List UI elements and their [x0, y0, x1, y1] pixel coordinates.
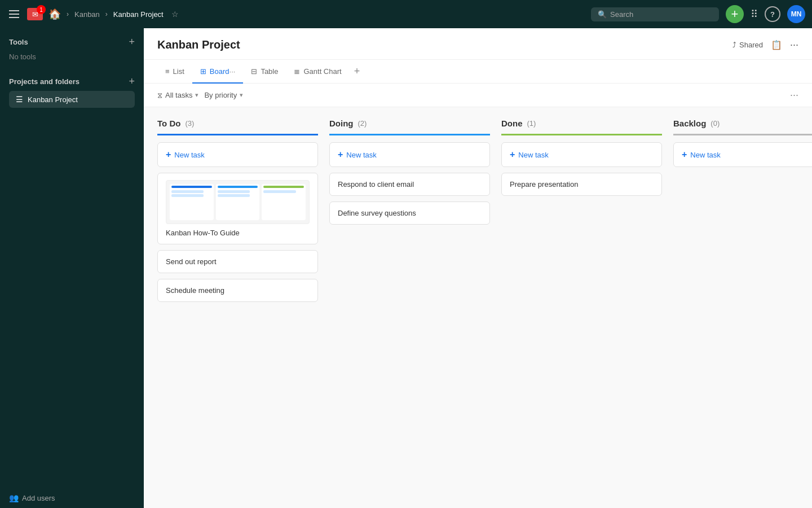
breadcrumb-kanban[interactable]: Kanban	[74, 10, 100, 19]
column-todo-count: (3)	[185, 119, 194, 128]
card-kanban-guide[interactable]: Kanban How-To Guide	[157, 173, 318, 244]
menu-button[interactable]	[7, 8, 21, 20]
mail-badge: 1	[37, 5, 46, 14]
kanban-project-icon: ☰	[16, 95, 23, 104]
column-backlog: Backlog (0) + New task	[673, 119, 812, 173]
tab-add-button[interactable]: +	[350, 60, 365, 83]
share-label: Shared	[739, 41, 763, 49]
tab-table[interactable]: ⊟ Table	[243, 60, 286, 84]
tab-table-label: Table	[261, 67, 278, 76]
toolbar: ⧖ All tasks ▾ By priority ▾ ···	[144, 84, 812, 107]
kanban-board: To Do (3) + New task	[144, 107, 812, 508]
tab-list[interactable]: ≡ List	[157, 60, 192, 84]
column-backlog-count: (0)	[710, 119, 720, 128]
projects-section: Projects and folders + ☰ Kanban Project	[0, 68, 144, 110]
sort-chevron: ▾	[240, 91, 243, 99]
column-done-header: Done (1)	[501, 119, 662, 135]
home-button[interactable]: 🏠	[48, 8, 61, 20]
card-preview-image	[166, 180, 310, 224]
mini-col-2	[216, 184, 260, 220]
filter-button[interactable]: ⧖ All tasks ▾	[157, 91, 198, 100]
sidebar-footer[interactable]: 👥 Add users	[0, 488, 144, 508]
project-header: Kanban Project ⤴ Shared 📋 ···	[144, 28, 812, 60]
tab-board-more[interactable]: ···	[230, 67, 236, 76]
project-title: Kanban Project	[157, 38, 240, 59]
share-icon: ⤴	[732, 41, 736, 49]
project-header-actions: ⤴ Shared 📋 ···	[732, 39, 798, 59]
breadcrumb-sep-2: ›	[105, 10, 108, 18]
board-tab-icon: ⊞	[200, 67, 206, 76]
tools-add-button[interactable]: +	[129, 36, 135, 48]
mini-col-header-1	[171, 186, 212, 188]
column-backlog-title: Backlog	[673, 119, 706, 128]
mini-task-1	[171, 190, 204, 193]
tab-board-label: Board	[210, 67, 230, 76]
card-client-email[interactable]: Respond to client email	[329, 173, 490, 196]
card-send-report[interactable]: Send out report	[157, 250, 318, 273]
tab-board[interactable]: ⊞ Board ···	[192, 60, 244, 84]
doing-new-task-label: New task	[346, 151, 376, 159]
column-done-title: Done	[501, 119, 523, 128]
projects-add-button[interactable]: +	[129, 76, 135, 87]
backlog-new-task-button[interactable]: + New task	[673, 142, 812, 167]
mini-task-3	[218, 190, 250, 193]
add-button[interactable]: +	[726, 5, 744, 23]
mini-task-4	[218, 194, 250, 197]
card-survey-questions[interactable]: Define survey questions	[329, 202, 490, 225]
todo-new-task-label: New task	[174, 151, 204, 159]
tab-gantt[interactable]: ≣ Gantt Chart	[286, 60, 349, 84]
main-layout: Tools + No tools Projects and folders + …	[0, 28, 812, 508]
topnav: 1 🏠 › Kanban › Kanban Project ☆ 🔍 + ⠿ ? …	[0, 0, 812, 28]
more-options-icon[interactable]: ···	[790, 39, 798, 51]
breadcrumb-sep-1: ›	[67, 10, 69, 18]
tab-gantt-label: Gantt Chart	[303, 67, 341, 76]
gantt-tab-icon: ≣	[294, 67, 300, 76]
card-kanban-guide-title: Kanban How-To Guide	[166, 229, 310, 237]
help-button[interactable]: ?	[765, 6, 780, 22]
todo-new-task-button[interactable]: + New task	[157, 142, 318, 167]
mini-task-2	[171, 194, 204, 197]
card-schedule-meeting[interactable]: Schedule meeting	[157, 279, 318, 302]
mini-task-5	[263, 190, 295, 193]
tools-header: Tools +	[9, 36, 135, 48]
share-button[interactable]: ⤴ Shared	[732, 41, 763, 49]
sidebar: Tools + No tools Projects and folders + …	[0, 28, 144, 508]
add-users-icon: 👥	[9, 493, 19, 502]
card-survey-questions-title: Define survey questions	[338, 209, 482, 217]
done-new-task-button[interactable]: + New task	[501, 142, 662, 167]
column-doing-title: Doing	[329, 119, 354, 128]
content-area: Kanban Project ⤴ Shared 📋 ··· ≡ List ⊞ B…	[144, 28, 812, 508]
search-input[interactable]	[610, 10, 712, 19]
mini-col-1	[170, 184, 214, 220]
sidebar-item-label: Kanban Project	[28, 95, 78, 104]
doing-new-task-button[interactable]: + New task	[329, 142, 490, 167]
mail-button[interactable]: 1	[27, 8, 43, 20]
backlog-add-icon: +	[682, 150, 687, 160]
sort-label: By priority	[204, 91, 237, 99]
grid-icon[interactable]: ⠿	[751, 8, 758, 20]
sidebar-item-kanban-project[interactable]: ☰ Kanban Project	[9, 91, 135, 108]
search-box[interactable]: 🔍	[591, 7, 719, 21]
todo-add-icon: +	[166, 150, 171, 160]
filter-label: All tasks	[165, 91, 192, 99]
toolbar-more[interactable]: ···	[790, 89, 798, 101]
done-add-icon: +	[510, 150, 515, 160]
tools-title: Tools	[9, 38, 28, 46]
column-doing-count: (2)	[358, 119, 367, 128]
note-icon[interactable]: 📋	[771, 40, 782, 50]
toolbar-left: ⧖ All tasks ▾ By priority ▾	[157, 91, 243, 100]
add-users-label: Add users	[22, 494, 55, 502]
mini-col-3	[262, 184, 306, 220]
sort-button[interactable]: By priority ▾	[204, 91, 243, 99]
search-icon: 🔍	[598, 10, 607, 19]
card-prepare-presentation[interactable]: Prepare presentation	[501, 173, 662, 196]
breadcrumb-current: Kanban Project	[113, 10, 164, 19]
column-done-count: (1)	[527, 119, 536, 128]
avatar[interactable]: MN	[787, 5, 805, 23]
filter-icon: ⧖	[157, 91, 162, 100]
doing-add-icon: +	[338, 150, 343, 160]
mini-board	[166, 181, 309, 224]
column-doing: Doing (2) + New task Respond to client e…	[329, 119, 490, 230]
pin-icon[interactable]: ☆	[171, 10, 179, 19]
card-client-email-title: Respond to client email	[338, 180, 482, 189]
